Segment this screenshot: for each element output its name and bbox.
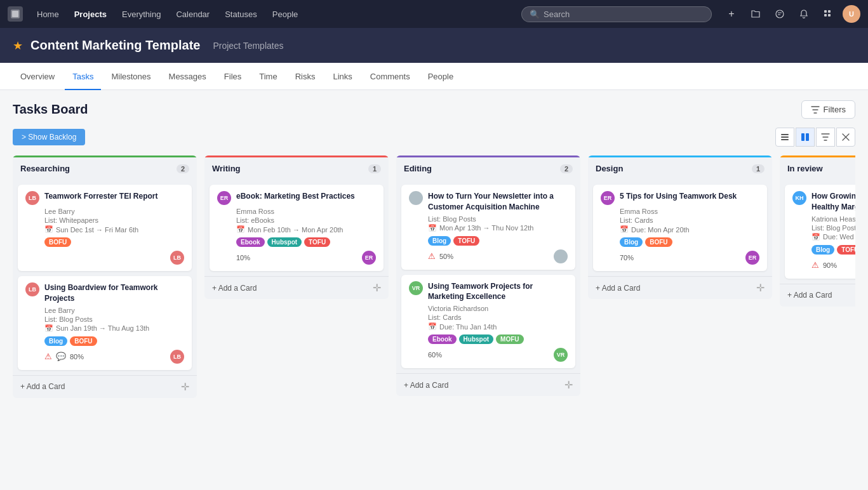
card-list: List: Blog Posts [44,315,184,323]
tab-overview[interactable]: Overview [13,63,62,90]
card-footer: ⚠💬 80% LB [44,350,184,364]
tab-links[interactable]: Links [325,63,359,90]
card-date: 📅 Due: Wed Sep 30th [811,233,855,241]
add-card-button[interactable]: + Add a Card [787,289,832,301]
calendar-icon: 📅 [811,233,820,241]
column-header-writing: Writing 1 [204,156,389,180]
apps-grid-icon[interactable] [818,4,838,23]
card-user-avatar: LB [170,251,184,265]
user-avatar[interactable]: U [843,5,860,23]
column-editing: Editing 2 How to Turn Your Newsletter in… [396,156,580,396]
alert-icon: ⚠ [44,352,52,361]
search-bar[interactable]: 🔍 [521,6,712,22]
column-header-editing: Editing 2 [396,156,580,180]
card-tags: EbookHubspotTOFU [236,237,376,247]
tab-files[interactable]: Files [217,63,249,90]
tab-time[interactable]: Time [251,63,284,90]
filters-button[interactable]: Filters [801,100,855,119]
alert-icon: ⚠ [428,251,436,261]
project-title: Content Marketing Template [30,38,200,53]
column-cards-design: ER 5 Tips for Using Teamwork Desk Emma R… [588,180,772,276]
task-card[interactable]: LB Teamwork Forrester TEI Report Lee Bar… [18,185,192,271]
column-count: 2 [560,164,573,173]
column-footer-design: + Add a Card ✛ [588,276,772,299]
tag: TOFU [837,245,855,255]
favorite-star-icon[interactable]: ★ [13,39,23,53]
show-backlog-button[interactable]: > Show Backlog [13,129,85,145]
card-avatar: ER [601,191,615,205]
close-view-button[interactable] [836,128,855,147]
chat-icon[interactable] [770,4,789,23]
move-column-icon[interactable]: ✛ [756,282,765,294]
card-progress: 80% [70,353,84,361]
card-date: 📅 Mon Feb 10th → Mon Apr 20th [236,225,376,234]
nav-projects[interactable]: Projects [68,6,113,23]
add-card-button[interactable]: + Add a Card [212,282,257,294]
card-tags: BlogBOFU [44,336,184,346]
card-author: Victoria Richardson [428,305,568,312]
card-header-row: ER 5 Tips for Using Teamwork Desk [601,191,759,205]
board-view-button[interactable] [796,128,815,147]
tab-tasks[interactable]: Tasks [65,63,101,90]
task-card[interactable]: VR Using Teamwork Projects for Marketing… [401,275,575,369]
card-author: Emma Ross [620,208,759,215]
search-input[interactable] [544,10,704,19]
svg-rect-6 [828,14,831,17]
card-list: List: Blog Posts [811,224,855,232]
add-card-button[interactable]: + Add a Card [20,381,65,392]
tag: TOFU [453,236,479,246]
project-header: ★ Content Marketing Template Project Tem… [0,28,868,63]
add-card-button[interactable]: + Add a Card [596,282,640,294]
column-cards-editing: How to Turn Your Newsletter into a Custo… [396,180,580,373]
tag: Blog [428,236,451,246]
move-column-icon[interactable]: ✛ [564,379,573,391]
column-footer-editing: + Add a Card ✛ [396,373,580,396]
tab-risks[interactable]: Risks [288,63,323,90]
search-icon: 🔍 [530,10,540,19]
card-user-avatar [554,249,568,263]
card-tags: BlogBOFU [620,237,759,247]
card-list: List: Blog Posts [428,215,568,223]
task-card[interactable]: ER eBook: Marketing Best Practices Emma … [210,185,384,271]
filter-view-button[interactable] [816,128,835,147]
card-avatar: LB [25,191,39,205]
svg-rect-10 [801,133,805,141]
nav-people[interactable]: People [266,6,304,23]
card-header-row: KH How Growing Agencies Maintain Healthy… [792,191,855,213]
task-card[interactable]: How to Turn Your Newsletter into a Custo… [401,185,575,270]
notifications-icon[interactable] [794,4,813,23]
calendar-icon: 📅 [428,224,437,232]
tab-messages[interactable]: Messages [161,63,214,90]
column-title: Researching [20,164,70,173]
task-card[interactable]: LB Using Boardview for Teamwork Projects… [18,276,192,370]
move-column-icon[interactable]: ✛ [181,381,189,393]
add-button[interactable]: + [722,4,741,23]
tab-comments[interactable]: Comments [363,63,418,90]
card-tags: BOFU [44,237,184,247]
task-card[interactable]: ER 5 Tips for Using Teamwork Desk Emma R… [593,185,767,271]
nav-calendar[interactable]: Calendar [170,6,216,23]
nav-home[interactable]: Home [30,6,65,23]
add-card-button[interactable]: + Add a Card [404,380,448,391]
svg-point-2 [776,10,784,18]
card-title: How to Turn Your Newsletter into a Custo… [428,191,568,213]
column-footer-inreview: + Add a Card ✛ [780,284,855,307]
card-title: 5 Tips for Using Teamwork Desk [620,191,759,202]
list-view-button[interactable] [775,128,794,147]
card-progress: 60% [428,351,442,359]
app-logo[interactable] [8,6,23,22]
calendar-icon: 📅 [620,225,629,234]
column-title: Design [596,164,623,173]
tab-people[interactable]: People [420,63,461,90]
alert-icon: ⚠ [811,260,819,270]
folder-icon[interactable] [746,4,765,23]
board-header: Tasks Board Filters [13,100,855,119]
nav-statuses[interactable]: Statuses [218,6,264,23]
task-card[interactable]: KH How Growing Agencies Maintain Healthy… [785,185,855,279]
column-cards-inreview: KH How Growing Agencies Maintain Healthy… [780,180,855,284]
filters-label: Filters [824,105,846,114]
nav-everything[interactable]: Everything [116,6,167,23]
column-header-researching: Researching 2 [13,156,197,180]
move-column-icon[interactable]: ✛ [373,282,381,294]
tab-milestones[interactable]: Milestones [103,63,158,90]
